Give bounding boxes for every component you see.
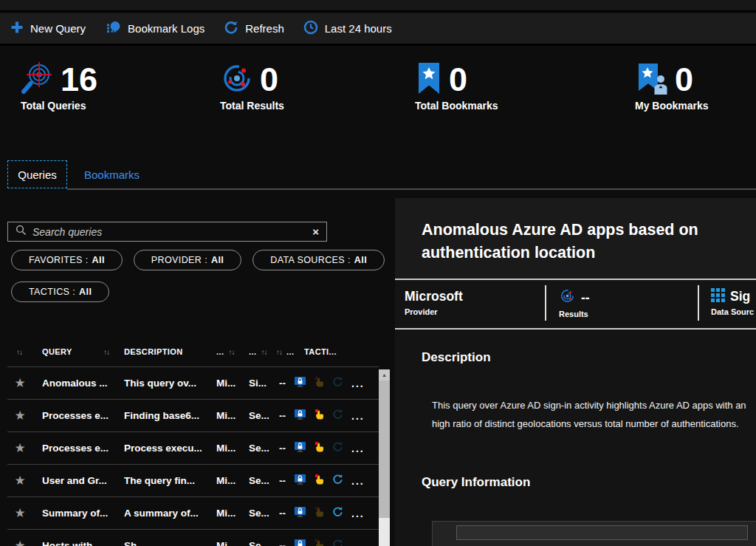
query-information-heading: Query Information <box>422 475 530 490</box>
filter-tactics[interactable]: TACTICS : All <box>11 281 109 302</box>
search-icon <box>16 225 27 239</box>
row-context-menu[interactable]: ... <box>348 508 379 519</box>
table-row[interactable]: ★ Hosts with... Sh... Mi... Se... -- ... <box>7 530 379 546</box>
row-context-menu[interactable]: ... <box>348 540 379 546</box>
stat-total-results: 0 Total Results <box>220 61 284 112</box>
persistence-icon <box>331 376 343 391</box>
initial-access-icon <box>294 376 306 391</box>
filter-label: PROVIDER : <box>151 255 207 265</box>
table-row[interactable]: ★ Summary of... A summary of... Mi... Se… <box>7 497 379 530</box>
column-header-results[interactable]: ↑↓ ... <box>275 347 294 356</box>
scrollbar-thumb[interactable] <box>379 381 390 518</box>
query-name: Processes e... <box>32 410 117 421</box>
bookmark-person-icon <box>635 61 669 99</box>
scrollbar-track[interactable] <box>379 518 390 546</box>
radar-icon <box>559 287 576 307</box>
scrollbar-up-button[interactable]: ▲ <box>379 369 390 381</box>
query-results: -- <box>275 508 294 519</box>
table-row[interactable]: ★ Anomalous ... This query ov... Mi... S… <box>7 367 379 400</box>
execution-icon <box>313 441 325 456</box>
filter-data-sources[interactable]: DATA SOURCES : All <box>252 250 385 270</box>
sort-icon: ↑↓ <box>228 348 234 356</box>
refresh-button[interactable]: Refresh <box>224 20 284 37</box>
divider <box>395 279 756 280</box>
time-range-label: Last 24 hours <box>325 22 392 35</box>
column-header-description[interactable]: DESCRIPTION <box>117 347 213 356</box>
persistence-icon <box>331 474 343 488</box>
bookmark-logs-icon <box>105 19 121 38</box>
favorite-star-icon[interactable]: ★ <box>7 473 32 488</box>
grid-icon <box>711 288 725 305</box>
clock-icon <box>303 20 318 37</box>
query-results: -- <box>275 443 294 454</box>
tactics-icons <box>294 441 348 456</box>
column-header-favorite[interactable]: ↑↓ <box>7 348 32 356</box>
favorite-star-icon[interactable]: ★ <box>7 408 32 423</box>
query-description: This query ov... <box>117 378 213 389</box>
query-provider: Mi... <box>213 508 245 519</box>
new-query-label: New Query <box>30 22 86 35</box>
persistence-icon <box>331 409 343 423</box>
description-text: This query over Azure AD sign-in activit… <box>432 396 756 433</box>
column-label: ... <box>286 347 294 356</box>
filter-favorites[interactable]: FAVORITES : All <box>11 250 123 270</box>
column-header-provider[interactable]: ... ↑↓ <box>213 347 245 356</box>
filter-provider[interactable]: PROVIDER : All <box>134 250 241 270</box>
query-provider: Mi... <box>213 540 245 546</box>
tab-queries-label: Queries <box>18 168 57 181</box>
bookmark-logs-label: Bookmark Logs <box>128 22 205 35</box>
favorite-star-icon[interactable]: ★ <box>7 505 32 521</box>
query-name: Hosts with... <box>32 540 117 546</box>
query-code-inner-bar <box>456 525 748 540</box>
query-results: -- <box>275 378 294 389</box>
row-context-menu[interactable]: ... <box>348 378 379 389</box>
table-scrollbar: ▲ <box>379 369 390 546</box>
stat-total-queries: 16 Total Queries <box>21 61 97 112</box>
query-description: Process execu... <box>117 443 213 454</box>
column-header-query[interactable]: QUERY ↑↓ <box>32 347 117 356</box>
row-context-menu[interactable]: ... <box>348 475 379 487</box>
filter-row-2: TACTICS : All <box>11 281 109 302</box>
stat-value: 16 <box>61 61 97 99</box>
query-detail-panel: Anomalous Azure AD apps based on authent… <box>395 198 756 546</box>
query-provider: Mi... <box>213 410 245 421</box>
query-results: -- <box>275 410 294 421</box>
favorite-star-icon[interactable]: ★ <box>7 375 32 391</box>
query-results: -- <box>275 475 294 486</box>
datasource-value: Sig <box>730 287 750 305</box>
favorite-star-icon[interactable]: ★ <box>7 538 32 546</box>
provider-value: Microsoft <box>405 287 463 305</box>
new-query-button[interactable]: New Query <box>10 21 86 36</box>
column-label: TACTI... <box>304 347 337 356</box>
datasource-label: Data Sourc <box>711 307 754 316</box>
column-label: ... <box>216 347 224 356</box>
query-source: Se... <box>245 508 275 519</box>
initial-access-icon <box>294 409 306 423</box>
column-header-source[interactable]: ... ↑↓ <box>245 347 275 356</box>
bookmark-logs-button[interactable]: Bookmark Logs <box>105 19 205 38</box>
divider <box>395 328 756 330</box>
table-header: ↑↓ QUERY ↑↓ DESCRIPTION ... ↑↓ ... ↑↓ ↑↓… <box>7 340 379 364</box>
tab-bookmarks[interactable]: Bookmarks <box>84 160 140 188</box>
query-description: The query fin... <box>117 475 213 486</box>
query-name: Anomalous ... <box>32 378 117 389</box>
query-description: A summary of... <box>117 508 213 519</box>
favorite-star-icon[interactable]: ★ <box>7 440 32 456</box>
query-source: Se... <box>245 540 275 546</box>
column-header-tactics[interactable]: TACTI... <box>294 347 348 356</box>
row-context-menu[interactable]: ... <box>348 410 379 422</box>
tab-underline <box>67 188 756 190</box>
search-input[interactable] <box>32 226 306 238</box>
table-row[interactable]: ★ Processes e... Process execu... Mi... … <box>7 432 379 465</box>
table-row[interactable]: ★ Processes e... Finding base6... Mi... … <box>7 400 379 432</box>
filter-row-1: FAVORITES : All PROVIDER : All DATA SOUR… <box>11 250 385 270</box>
row-context-menu[interactable]: ... <box>348 443 379 454</box>
table-row[interactable]: ★ User and Gr... The query fin... Mi... … <box>7 465 379 497</box>
initial-access-icon <box>294 506 306 521</box>
filter-value: All <box>211 255 224 265</box>
results-label: Results <box>559 310 590 318</box>
results-value: -- <box>581 289 590 307</box>
clear-search-icon[interactable]: × <box>312 226 319 237</box>
time-range-button[interactable]: Last 24 hours <box>303 20 392 37</box>
tab-queries[interactable]: Queries <box>7 160 67 188</box>
